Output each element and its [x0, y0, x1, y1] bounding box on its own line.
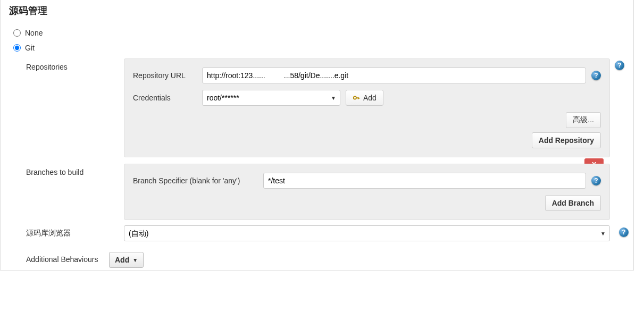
- key-icon: [353, 94, 360, 102]
- add-behaviour-button[interactable]: Add ▼: [109, 252, 144, 268]
- section-title: 源码管理: [1, 0, 633, 26]
- repo-url-input[interactable]: [202, 67, 586, 83]
- add-behaviour-label: Add: [115, 256, 129, 264]
- add-repository-button[interactable]: Add Repository: [532, 132, 601, 148]
- additional-behaviours-label: Additional Behaviours: [13, 252, 109, 264]
- branches-label: Branches to build: [13, 164, 124, 176]
- help-icon[interactable]: ?: [591, 176, 601, 185]
- add-branch-button[interactable]: Add Branch: [545, 195, 601, 211]
- repositories-label: Repositories: [13, 58, 124, 71]
- help-icon[interactable]: ?: [591, 71, 601, 80]
- svg-point-0: [354, 96, 356, 99]
- advanced-button[interactable]: 高级...: [566, 112, 601, 128]
- help-icon[interactable]: ?: [615, 61, 624, 70]
- add-credentials-label: Add: [363, 94, 377, 102]
- add-credentials-button[interactable]: Add: [346, 90, 383, 106]
- branch-specifier-label: Branch Specifier (blank for 'any'): [133, 176, 263, 185]
- scm-none-label[interactable]: None: [25, 29, 43, 37]
- branch-specifier-input[interactable]: [263, 173, 586, 189]
- browser-label: 源码库浏览器: [13, 225, 124, 238]
- credentials-select[interactable]: root/******: [202, 90, 340, 106]
- repo-url-label: Repository URL: [133, 71, 202, 80]
- help-icon[interactable]: ?: [619, 227, 629, 237]
- credentials-label: Credentials: [133, 94, 202, 102]
- repo-browser-select[interactable]: (自动): [124, 225, 610, 241]
- scm-git-radio[interactable]: [13, 44, 21, 52]
- scm-git-label[interactable]: Git: [25, 44, 35, 52]
- scm-none-radio[interactable]: [13, 29, 21, 37]
- chevron-down-icon: ▼: [132, 257, 138, 263]
